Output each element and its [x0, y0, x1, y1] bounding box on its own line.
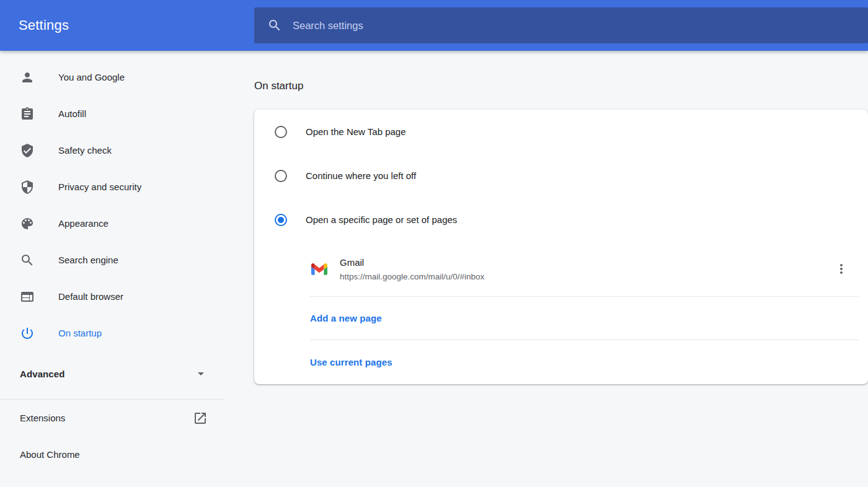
advanced-label: Advanced	[20, 369, 65, 379]
extensions-label: Extensions	[20, 413, 65, 423]
option-continue-where-left-off[interactable]: Continue where you left off	[254, 154, 868, 198]
page-title: Settings	[19, 0, 69, 51]
option-open-new-tab[interactable]: Open the New Tab page	[254, 110, 868, 154]
add-new-page-link[interactable]: Add a new page	[254, 297, 868, 340]
shield-check-icon	[20, 143, 35, 158]
startup-page-url: https://mail.google.com/mail/u/0/#inbox	[340, 272, 484, 281]
search-icon	[267, 18, 282, 33]
more-vert-icon	[834, 261, 849, 276]
settings-sidebar: You and Google Autofill Safety check Pri…	[0, 51, 224, 487]
option-label: Open the New Tab page	[306, 126, 406, 137]
option-open-specific-pages[interactable]: Open a specific page or set of pages	[254, 198, 868, 242]
sidebar-item-on-startup[interactable]: On startup	[0, 315, 224, 351]
on-startup-card: Open the New Tab page Continue where you…	[254, 110, 868, 384]
radio-button[interactable]	[275, 126, 287, 138]
radio-button[interactable]	[275, 170, 287, 182]
about-chrome-label: About Chrome	[20, 449, 80, 460]
sidebar-item-safety-check[interactable]: Safety check	[0, 132, 224, 169]
chevron-down-icon	[193, 366, 208, 381]
sidebar-item-label: Appearance	[58, 218, 108, 229]
sidebar-item-autofill[interactable]: Autofill	[0, 95, 224, 132]
add-new-page-label: Add a new page	[310, 313, 382, 323]
sidebar-item-appearance[interactable]: Appearance	[0, 205, 224, 242]
shield-half-icon	[20, 180, 35, 195]
sidebar-item-you-and-google[interactable]: You and Google	[0, 59, 224, 95]
radio-button-selected[interactable]	[275, 214, 287, 226]
search-settings-field[interactable]	[254, 7, 868, 43]
sidebar-item-search-engine[interactable]: Search engine	[0, 242, 224, 278]
sidebar-item-about-chrome[interactable]: About Chrome	[0, 436, 224, 473]
clipboard-icon	[20, 107, 35, 121]
sidebar-item-label: Privacy and security	[58, 182, 141, 192]
sidebar-item-extensions[interactable]: Extensions	[0, 400, 224, 436]
option-label: Continue where you left off	[306, 170, 416, 181]
person-icon	[20, 70, 35, 85]
search-icon	[20, 253, 35, 268]
sidebar-item-privacy-security[interactable]: Privacy and security	[0, 169, 224, 205]
section-title: On startup	[254, 80, 303, 92]
option-label: Open a specific page or set of pages	[306, 214, 457, 225]
sidebar-item-label: You and Google	[58, 72, 125, 82]
sidebar-item-label: Default browser	[58, 291, 123, 302]
sidebar-item-label: On startup	[58, 328, 102, 338]
page-options-button[interactable]	[826, 254, 856, 284]
startup-page-name: Gmail	[340, 257, 484, 268]
sidebar-item-label: Safety check	[58, 145, 112, 156]
advanced-expander[interactable]: Advanced	[0, 356, 224, 392]
sidebar-item-label: Search engine	[58, 255, 118, 265]
sidebar-item-label: Autofill	[58, 108, 86, 119]
use-current-pages-link[interactable]: Use current pages	[254, 340, 868, 384]
gmail-icon	[311, 263, 327, 275]
sidebar-item-default-browser[interactable]: Default browser	[0, 278, 224, 315]
power-icon	[20, 326, 35, 341]
browser-window-icon	[20, 289, 35, 304]
open-in-new-icon	[193, 411, 208, 426]
settings-header: Settings	[0, 0, 868, 51]
startup-page-row: Gmail https://mail.google.com/mail/u/0/#…	[254, 242, 868, 296]
use-current-pages-label: Use current pages	[310, 357, 392, 367]
search-input[interactable]	[293, 20, 661, 32]
palette-icon	[20, 216, 35, 231]
